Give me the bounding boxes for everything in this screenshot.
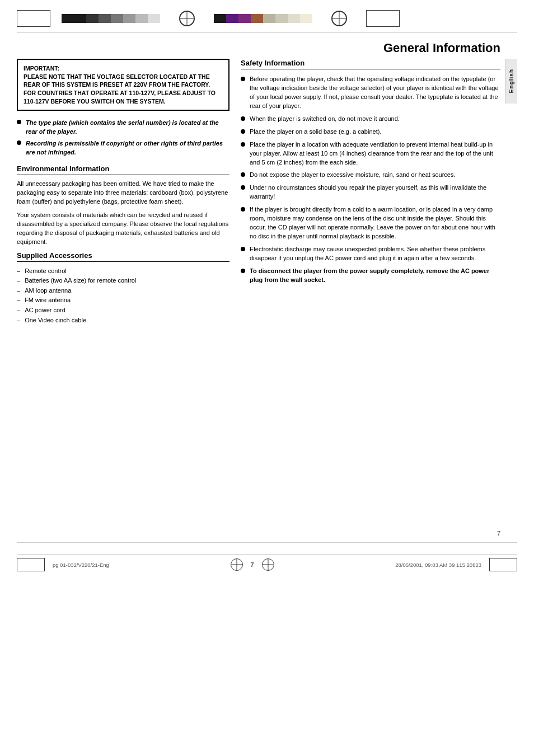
- safety-heading: Safety Information: [241, 59, 500, 69]
- accessory-remote: Remote control: [25, 266, 67, 276]
- important-box: IMPORTANT: PLEASE NOTE THAT THE VOLTAGE …: [17, 59, 229, 111]
- bullet-dot: [241, 172, 245, 177]
- accessory-video: One Video cinch cable: [25, 316, 86, 326]
- page-spacer: [0, 336, 534, 527]
- safety-text-2: When the player is switched on, do not m…: [250, 115, 400, 124]
- safety-text-1: Before operating the player, check that …: [250, 75, 500, 111]
- color-block: [111, 14, 123, 23]
- bottom-left-text: pg 01-032/V220/21-Eng: [53, 562, 109, 568]
- bullet-item: Recording is permissible if copyright or…: [17, 139, 229, 157]
- bottom-right-text: 28/05/2001, 09:03 AM 39 115 20823: [395, 562, 481, 568]
- safety-bullet: If the player is brought directly from a…: [241, 205, 500, 241]
- environmental-heading: Environmental Information: [17, 165, 229, 175]
- color-block: [238, 14, 251, 23]
- list-item: –One Video cinch cable: [17, 316, 229, 326]
- safety-text-6: Under no circumstances should you repair…: [250, 184, 500, 201]
- accessory-ac: AC power cord: [25, 306, 65, 316]
- color-block: [99, 14, 111, 23]
- color-block: [251, 14, 263, 23]
- list-dash: –: [17, 295, 20, 306]
- right-column: Safety Information Before operating the …: [241, 59, 517, 285]
- right-crosshair-mark: [331, 11, 347, 26]
- environmental-para-1: All unnecessary packaging has been omitt…: [17, 180, 229, 206]
- bullet-dot: [241, 247, 245, 251]
- color-block: [123, 14, 135, 23]
- right-column-wrapper: English Safety Information Before operat…: [241, 59, 517, 325]
- list-item: –AC power cord: [17, 306, 229, 316]
- bullet-dot: [241, 185, 245, 190]
- main-content: IMPORTANT: PLEASE NOTE THAT THE VOLTAGE …: [0, 59, 534, 336]
- page-title: General Information: [383, 41, 500, 55]
- list-item: –Remote control: [17, 266, 229, 276]
- list-item: –Batteries (two AA size) for remote cont…: [17, 276, 229, 286]
- supplied-section: Supplied Accessories –Remote control –Ba…: [17, 251, 229, 326]
- safety-bullet: Before operating the player, check that …: [241, 75, 500, 111]
- left-color-strip: [62, 14, 160, 23]
- bullet-dot: [241, 269, 245, 273]
- bottom-center-text: 7: [251, 561, 254, 568]
- bottom-rule: [17, 542, 517, 543]
- list-item: –FM wire antenna: [17, 295, 229, 306]
- safety-bullet: Place the player in a location with adeq…: [241, 140, 500, 167]
- safety-bullet: Place the player on a solid base (e.g. a…: [241, 128, 500, 137]
- accessories-list: –Remote control –Batteries (two AA size)…: [17, 266, 229, 326]
- color-block: [288, 14, 300, 23]
- list-dash: –: [17, 276, 20, 286]
- left-column: IMPORTANT: PLEASE NOTE THAT THE VOLTAGE …: [17, 59, 229, 325]
- important-text-2: FOR COUNTRIES THAT OPERATE AT 110-127V, …: [24, 90, 216, 105]
- bullet-dot: [17, 120, 21, 124]
- important-text-1: PLEASE NOTE THAT THE VOLTAGE SELECTOR LO…: [24, 73, 210, 88]
- accessory-am: AM loop antenna: [25, 286, 71, 296]
- safety-text-3: Place the player on a solid base (e.g. a…: [250, 128, 381, 137]
- bottom-crosshair: [231, 558, 243, 571]
- list-item: –AM loop antenna: [17, 286, 229, 296]
- english-side-tab: English: [505, 59, 517, 104]
- color-block: [300, 14, 312, 23]
- color-block: [135, 14, 148, 23]
- bullet-text-recording: Recording is permissible if copyright or…: [26, 139, 229, 157]
- color-block: [148, 14, 160, 23]
- page-title-row: General Information: [0, 33, 534, 59]
- color-block: [275, 14, 288, 23]
- safety-text-7: If the player is brought directly from a…: [250, 205, 500, 241]
- bullet-dot: [241, 142, 245, 147]
- safety-text-5: Do not expose the player to excessive mo…: [250, 171, 455, 180]
- page-number: 7: [497, 530, 500, 537]
- bottom-code: 39 115 20823: [447, 562, 481, 568]
- bullet-dot: [241, 129, 245, 134]
- list-dash: –: [17, 306, 20, 316]
- safety-bullet: To disconnect the player from the power …: [241, 267, 500, 285]
- accessory-batteries: Batteries (two AA size) for remote contr…: [25, 276, 136, 286]
- bullet-dot: [241, 77, 245, 81]
- bottom-left-corner-box: [17, 558, 45, 571]
- top-right-corner-box: [366, 10, 400, 27]
- safety-bullet: Electrostatic discharge may cause unexpe…: [241, 245, 500, 263]
- color-block: [86, 14, 99, 23]
- bullet-dot: [241, 116, 245, 121]
- safety-section: Safety Information Before operating the …: [241, 59, 500, 285]
- bottom-right-corner-box: [489, 558, 517, 571]
- color-block: [263, 14, 275, 23]
- page-number-area: 7: [0, 527, 534, 537]
- bullet-dot: [241, 207, 245, 212]
- left-crosshair-mark: [179, 11, 195, 26]
- color-block: [62, 14, 74, 23]
- top-bar: [0, 0, 534, 32]
- safety-text-4: Place the player in a location with adeq…: [250, 140, 500, 167]
- color-block: [74, 14, 86, 23]
- bottom-crosshair-right: [262, 558, 274, 571]
- color-block: [226, 14, 238, 23]
- safety-text-8: Electrostatic discharge may cause unexpe…: [250, 245, 500, 263]
- safety-text-9: To disconnect the player from the power …: [250, 267, 500, 285]
- top-left-corner-box: [17, 10, 50, 27]
- bullet-item: The type plate (which contains the seria…: [17, 119, 229, 136]
- right-color-strip: [214, 14, 312, 23]
- environmental-para-2: Your system consists of materials which …: [17, 211, 229, 247]
- left-bullets-section: The type plate (which contains the seria…: [17, 119, 229, 157]
- safety-bullet: Under no circumstances should you repair…: [241, 184, 500, 201]
- accessory-fm: FM wire antenna: [25, 295, 71, 306]
- environmental-section: Environmental Information All unnecessar…: [17, 165, 229, 247]
- list-dash: –: [17, 316, 20, 326]
- bullet-text-type-plate: The type plate (which contains the seria…: [26, 119, 229, 136]
- safety-bullet: When the player is switched on, do not m…: [241, 115, 500, 124]
